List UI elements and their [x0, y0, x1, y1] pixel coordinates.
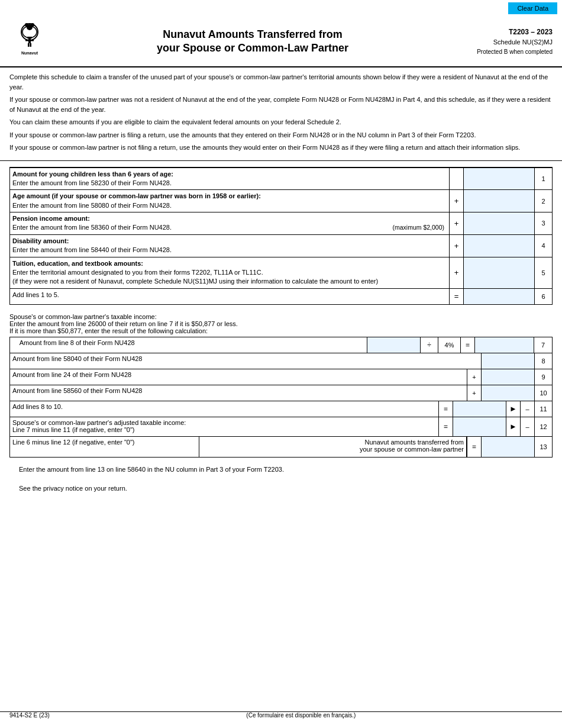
svg-rect-2: [27, 37, 32, 38]
line-5-field[interactable]: [464, 257, 534, 288]
line-7-pct-label: 4%: [438, 337, 461, 353]
line-2-field[interactable]: [464, 190, 534, 212]
line-12-number: 12: [534, 417, 552, 436]
line-4-number: 4: [534, 235, 552, 257]
line-13-field[interactable]: [482, 437, 534, 457]
line-7-div-icon: ÷: [421, 337, 438, 353]
line-1-input[interactable]: [463, 168, 534, 190]
line-5-desc: Tuition, education, and textbook amounts…: [10, 257, 449, 288]
line-3-operator: +: [449, 212, 463, 234]
line-13-row: Line 6 minus line 12 (if negative, enter…: [9, 436, 553, 458]
line-8-number: 8: [534, 353, 552, 369]
clear-data-button[interactable]: Clear Data: [508, 2, 557, 14]
instruction-2: If your spouse or common-law partner was…: [9, 95, 553, 114]
svg-text:Nunavut: Nunavut: [21, 51, 38, 55]
lines-1-6: Amount for young children less than 6 ye…: [9, 167, 553, 305]
footer-note-2: See the privacy notice on your return.: [9, 481, 553, 495]
calc-intro: Spouse's or common-law partner's taxable…: [9, 311, 553, 337]
line-4-operator: +: [449, 235, 463, 257]
svg-rect-3: [28, 38, 31, 43]
instruction-4: If your spouse or common-law partner is …: [9, 130, 553, 140]
line-11-arrow: ►: [506, 401, 520, 417]
line-12-desc: Spouse's or common-law partner's adjuste…: [10, 417, 438, 436]
line-4-field[interactable]: [464, 235, 534, 257]
line-6-number: 6: [534, 289, 552, 304]
line-1-desc: Amount for young children less than 6 ye…: [10, 168, 449, 190]
line-7-number: 7: [534, 337, 552, 353]
line-1-operator: [449, 168, 463, 190]
line-1-field[interactable]: [464, 168, 534, 190]
line-12-minus: –: [520, 417, 534, 436]
line-13-input[interactable]: [481, 437, 534, 457]
calc-section: Spouse's or common-law partner's taxable…: [9, 311, 553, 458]
line-11-number: 11: [534, 401, 552, 417]
line-7-result[interactable]: [475, 337, 534, 353]
line-12-field[interactable]: [453, 417, 506, 436]
line-3-number: 3: [534, 212, 552, 234]
line-7-field1[interactable]: [367, 337, 420, 353]
instruction-1: Complete this schedule to claim a transf…: [9, 72, 553, 92]
nunavut-logo-icon: Nunavut: [6, 20, 53, 62]
form-number: T2203 – 2023: [446, 27, 553, 37]
line-9-field[interactable]: [482, 369, 534, 385]
line-11-desc: Add lines 8 to 10.: [10, 401, 438, 417]
line-13-number: 13: [534, 437, 552, 457]
line-8-input[interactable]: [481, 353, 534, 369]
line-2-operator: +: [449, 190, 463, 212]
instruction-3: You can claim these amounts if you are e…: [9, 117, 553, 127]
line-8-field[interactable]: [482, 353, 534, 369]
page: Clear Data Nunavut: [0, 0, 562, 728]
line-7-eq-icon: =: [461, 337, 475, 353]
line-11-op: =: [438, 401, 453, 417]
line-7-row: Amount from line 8 of their Form NU428 ÷…: [9, 337, 553, 353]
svg-rect-7: [30, 43, 32, 47]
line-8-desc: Amount from line 58040 of their Form NU4…: [10, 353, 481, 369]
line-11-field[interactable]: [453, 401, 506, 417]
line-10-field[interactable]: [482, 385, 534, 401]
line-11-minus: –: [520, 401, 534, 417]
line-6-desc: Add lines 1 to 5.: [10, 289, 449, 304]
line-10-number: 10: [534, 385, 552, 401]
line-row-2: Age amount (if your spouse or common-law…: [10, 189, 552, 212]
title-area: Nunavut Amounts Transferred from your Sp…: [59, 28, 446, 56]
line-2-desc: Age amount (if your spouse or common-law…: [10, 190, 449, 212]
line-5-input[interactable]: [463, 257, 534, 288]
line-13-desc: Line 6 minus line 12 (if negative, enter…: [10, 437, 199, 457]
line-13-right-label: Nunavut amounts transferred from your sp…: [199, 437, 467, 457]
line-7-input1[interactable]: [367, 337, 421, 353]
line-4-desc: Disability amount: Enter the amount from…: [10, 235, 449, 257]
line-3-input[interactable]: [463, 212, 534, 234]
line-6-field[interactable]: [464, 289, 534, 304]
form-body: Amount for young children less than 6 ye…: [0, 167, 562, 495]
line-12-row: Spouse's or common-law partner's adjuste…: [9, 417, 553, 436]
line-3-desc: Pension income amount: Enter the amount …: [10, 212, 449, 234]
svg-rect-6: [28, 43, 30, 47]
line-7-result-field[interactable]: [475, 337, 534, 353]
top-bar: Clear Data: [0, 0, 562, 17]
line-6-input[interactable]: [463, 289, 534, 304]
svg-point-11: [31, 23, 34, 27]
line-11-input[interactable]: [453, 401, 506, 417]
line-row-3: Pension income amount: Enter the amount …: [10, 212, 552, 234]
line-9-row: Amount from line 24 of their Form NU428 …: [9, 369, 553, 385]
form-info: T2203 – 2023 Schedule NU(S2)MJ Protected…: [446, 27, 553, 56]
line-2-input[interactable]: [463, 190, 534, 212]
header: Nunavut Nunavut Amounts Transferred from…: [0, 17, 562, 67]
line-6-operator: =: [449, 289, 463, 304]
line-1-number: 1: [534, 168, 552, 190]
line-3-field[interactable]: [464, 212, 534, 234]
footer-note-1: Enter the amount from line 13 on line 58…: [9, 462, 553, 476]
svg-rect-4: [25, 40, 28, 41]
line-2-number: 2: [534, 190, 552, 212]
line-11-row: Add lines 8 to 10. = ► – 11: [9, 401, 553, 417]
line-10-input[interactable]: [481, 385, 534, 401]
line-4-input[interactable]: [463, 235, 534, 257]
line-9-input[interactable]: [481, 369, 534, 385]
line-9-op: +: [467, 369, 481, 385]
line-12-input[interactable]: [453, 417, 506, 436]
svg-point-10: [25, 23, 28, 27]
schedule-label: Schedule NU(S2)MJ: [446, 37, 553, 47]
line-row-6: Add lines 1 to 5. = 6: [10, 288, 552, 305]
page-title: Nunavut Amounts Transferred from your Sp…: [59, 28, 446, 56]
line-13-eq: =: [467, 437, 481, 457]
